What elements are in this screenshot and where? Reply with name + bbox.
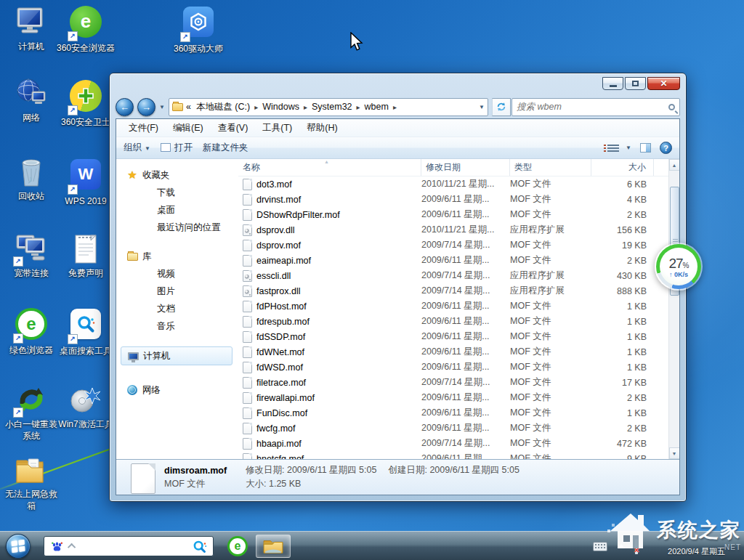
file-row[interactable]: dsprov.dll 2010/11/21 星期... 应用程序扩展 156 K… [238, 222, 668, 238]
start-button[interactable] [6, 534, 31, 559]
close-button[interactable]: ✕ [647, 77, 680, 90]
search-icon[interactable] [668, 104, 675, 110]
file-row[interactable]: FunDisc.mof 2009/6/11 星期... MOF 文件 1 KB [238, 405, 668, 421]
file-row[interactable]: fdPHost.mof 2009/6/11 星期... MOF 文件 1 KB [238, 299, 668, 314]
address-bar[interactable]: « 本地磁盘 (C:)WindowsSystem32wbem ▼ [169, 98, 488, 116]
taskbar-green-browser-button[interactable]: e [225, 535, 250, 558]
scrollbar-track[interactable] [669, 171, 680, 447]
help-button[interactable]: ? [660, 142, 672, 154]
nav-item[interactable]: 下载 [116, 184, 238, 201]
file-row[interactable]: hnetcfg.mof 2009/6/11 星期... MOF 文件 9 KB [238, 451, 668, 459]
nav-item[interactable]: 最近访问的位置 [116, 219, 238, 236]
desktop-icon-label: 回收站 [1, 191, 61, 203]
nav-item[interactable]: 图片 [116, 283, 238, 300]
breadcrumb-item[interactable]: Windows [260, 102, 310, 112]
column-header-name[interactable]: 名称 [238, 159, 421, 176]
address-dropdown-icon[interactable]: ▼ [479, 104, 485, 110]
file-row[interactable]: DShowRdpFilter.mof 2009/6/11 星期... MOF 文… [238, 207, 668, 222]
speed-monitor-widget[interactable]: 27% ↑ 0K/s [655, 243, 703, 291]
file-row[interactable]: fdWNet.mof 2009/6/11 星期... MOF 文件 1 KB [238, 344, 668, 360]
window-titlebar[interactable]: ✕ [110, 73, 686, 95]
desktop-icon-desk-search[interactable]: ↗ 桌面搜索工具 [56, 307, 116, 357]
desktop-icon-network[interactable]: 网络 [1, 76, 61, 124]
menu-item[interactable]: 帮助(H) [300, 120, 344, 137]
desktop-icon-broadband[interactable]: ↗ 宽带连接 [1, 231, 61, 280]
desktop-icon-360-safe[interactable]: ↗ 360安全卫士 [56, 78, 116, 129]
desk-search-icon: ↗ [68, 309, 103, 344]
column-header-type[interactable]: 类型 [510, 159, 591, 176]
file-row[interactable]: fwcfg.mof 2009/6/11 星期... MOF 文件 2 KB [238, 421, 668, 436]
file-row[interactable]: fastprox.dll 2009/7/14 星期... 应用程序扩展 888 … [238, 283, 668, 299]
file-row[interactable]: fdSSDP.mof 2009/6/11 星期... MOF 文件 1 KB [238, 329, 668, 344]
file-type-icon [243, 285, 252, 297]
views-button[interactable]: ▼ [607, 145, 631, 152]
organize-button[interactable]: 组织▼ [124, 142, 150, 154]
desktop-icon-notice[interactable]: 免费声明 [56, 231, 116, 280]
desktop-icon-label: 计算机 [1, 41, 61, 53]
desktop-icon-wps[interactable]: W ↗ WPS 2019 [56, 157, 116, 208]
column-header-date[interactable]: 修改日期 [421, 159, 510, 176]
back-button[interactable]: ← [116, 98, 134, 116]
file-row[interactable]: firewallapi.mof 2009/6/11 星期... MOF 文件 2… [238, 390, 668, 405]
menu-item[interactable]: 工具(T) [256, 120, 299, 137]
crumb-overflow[interactable]: « [186, 102, 191, 112]
nav-item[interactable]: 音乐 [116, 317, 238, 335]
nav-favorites[interactable]: ★ 收藏夹 [116, 166, 238, 184]
nav-item[interactable]: 视频 [116, 265, 238, 283]
file-row[interactable]: dsprov.mof 2009/7/14 星期... MOF 文件 19 KB [238, 238, 668, 253]
scroll-down-icon[interactable]: ▼ [669, 447, 680, 459]
scroll-up-icon[interactable]: ▲ [669, 159, 680, 171]
maximize-button[interactable] [625, 77, 646, 90]
search-box[interactable] [512, 98, 680, 116]
open-icon [161, 143, 171, 152]
desktop-icon-rescue-box[interactable]: 无法上网急救箱 [1, 452, 61, 511]
file-row[interactable]: fdWSD.mof 2009/6/11 星期... MOF 文件 1 KB [238, 360, 668, 375]
breadcrumb-item[interactable]: wbem [363, 102, 399, 112]
desktop-icon-xiaobai[interactable]: ↗ 小白一键重装系统 [1, 382, 61, 442]
desktop-icon-computer[interactable]: 计算机 [1, 4, 61, 53]
menu-item[interactable]: 查看(V) [211, 120, 255, 137]
open-button[interactable]: 打开 [161, 142, 193, 154]
views-icon [607, 145, 619, 152]
nav-item[interactable]: 桌面 [116, 201, 238, 219]
file-row[interactable]: hbaapi.mof 2009/7/14 星期... MOF 文件 472 KB [238, 436, 668, 451]
file-row[interactable]: dot3.mof 2010/11/21 星期... MOF 文件 6 KB [238, 176, 668, 192]
show-hidden-icons[interactable] [618, 544, 625, 548]
file-row[interactable]: esscli.dll 2009/7/14 星期... 应用程序扩展 430 KB [238, 268, 668, 283]
desktop-icon-recycle-bin[interactable]: 回收站 [1, 154, 61, 203]
keyboard-tray-icon[interactable] [593, 542, 607, 551]
forward-button[interactable]: → [137, 98, 155, 116]
nav-libraries[interactable]: 库 [116, 248, 238, 265]
file-row[interactable]: drvinst.mof 2009/6/11 星期... MOF 文件 4 KB [238, 192, 668, 207]
file-row[interactable]: eaimeapi.mof 2009/6/11 星期... MOF 文件 2 KB [238, 253, 668, 268]
desktop-icon-360-driver[interactable]: ↗ 360驱动大师 [169, 4, 228, 55]
search-input[interactable] [517, 102, 668, 112]
taskbar-explorer-button[interactable] [256, 535, 291, 558]
menu-item[interactable]: 文件(F) [122, 120, 165, 137]
chevron-up-icon[interactable] [68, 543, 76, 551]
desktop-icon-green-browser[interactable]: e ↗ 绿色浏览器 [1, 307, 61, 357]
network-tray-icon[interactable]: ✕ [635, 540, 650, 552]
refresh-button[interactable] [492, 98, 511, 116]
taskbar-search-box[interactable] [44, 536, 214, 556]
history-dropdown-icon[interactable]: ▼ [159, 104, 165, 110]
minimize-button[interactable] [602, 77, 623, 90]
nav-network[interactable]: 网络 [116, 381, 238, 399]
desktop-icon-360-browser[interactable]: e ↗ 360安全浏览器 [56, 4, 116, 54]
breadcrumb-item[interactable]: System32 [310, 102, 363, 112]
preview-pane-button[interactable] [640, 143, 651, 153]
breadcrumb-item[interactable]: 本地磁盘 (C:) [194, 101, 260, 113]
nav-item[interactable]: 文档 [116, 300, 238, 317]
explorer-folder-icon [262, 537, 284, 555]
taskbar-clock-date[interactable]: 2020/9/4 星期五 [655, 546, 738, 557]
nav-computer[interactable]: 计算机 [121, 346, 232, 365]
menu-item[interactable]: 编辑(E) [166, 120, 210, 137]
new-folder-button[interactable]: 新建文件夹 [203, 142, 248, 154]
chevron-down-icon: ▼ [145, 145, 150, 152]
desktop-icon-win7-activator[interactable]: Win7激活工具 [56, 382, 116, 431]
column-header-size[interactable]: 大小 [591, 159, 654, 176]
vertical-scrollbar[interactable]: ▲ ▼ [668, 159, 679, 459]
so-search-icon[interactable] [192, 539, 207, 554]
file-row[interactable]: filetrace.mof 2009/7/14 星期... MOF 文件 17 … [238, 375, 668, 390]
file-row[interactable]: fdrespub.mof 2009/6/11 星期... MOF 文件 1 KB [238, 314, 668, 329]
